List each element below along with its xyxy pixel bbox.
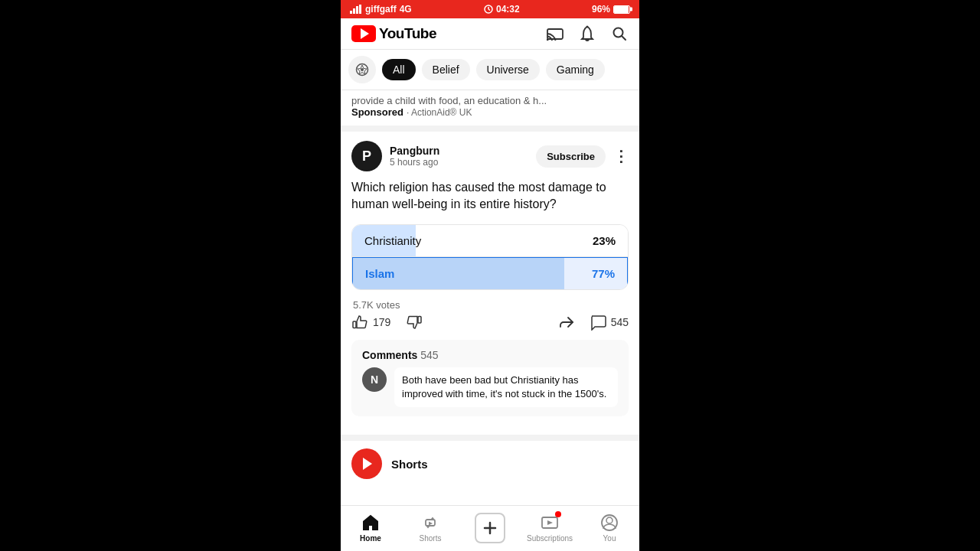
svg-rect-2	[356, 6, 358, 14]
svg-rect-16	[418, 316, 421, 323]
content-area: provide a child with food, an education …	[341, 90, 639, 505]
clock-icon	[484, 5, 493, 14]
poll-votes: 5.7K votes	[353, 299, 629, 311]
action-left: 179	[351, 314, 557, 331]
shorts-play-icon	[358, 455, 375, 472]
comments-button[interactable]: 545	[590, 314, 629, 331]
svg-marker-17	[363, 458, 372, 470]
action-right: 545	[557, 314, 629, 331]
header-icons	[546, 24, 629, 43]
category-belief[interactable]: Belief	[422, 59, 470, 80]
status-left: giffgaff 4G	[350, 4, 412, 15]
post-header-right: Subscribe ⋮	[536, 145, 629, 168]
sponsored-text: provide a child with food, an education …	[351, 95, 629, 106]
yt-logo-icon	[351, 25, 376, 42]
category-all[interactable]: All	[382, 59, 416, 80]
post-section: P Pangburn 5 hours ago Subscribe ⋮ Which…	[341, 132, 639, 441]
poll-option-label-islam: Islam	[365, 267, 394, 280]
poll-option-label-christianity: Christianity	[364, 234, 421, 247]
cast-icon	[547, 27, 564, 41]
shorts-teaser: Shorts	[341, 441, 639, 487]
comment-text: Both have been bad but Christianity has …	[394, 367, 618, 407]
post-time: 5 hours ago	[390, 157, 439, 168]
time-label: 04:32	[496, 4, 520, 15]
nav-subscriptions[interactable]: Subscriptions	[520, 514, 580, 543]
add-button[interactable]	[475, 513, 505, 543]
like-count: 179	[373, 316, 390, 328]
battery-icon	[613, 5, 630, 14]
poll-option-christianity[interactable]: Christianity 23%	[352, 225, 628, 257]
nav-shorts[interactable]: Shorts	[400, 514, 460, 543]
comments-header: Comments 545	[362, 349, 618, 361]
subscriptions-badge	[555, 511, 561, 517]
svg-rect-3	[359, 5, 361, 14]
home-icon	[361, 514, 380, 532]
channel-name[interactable]: Pangburn	[390, 145, 439, 157]
action-bar: 179	[351, 311, 629, 337]
nav-subscriptions-label: Subscriptions	[527, 534, 573, 543]
nav-you-label: You	[603, 534, 616, 543]
svg-point-25	[606, 517, 612, 523]
channel-avatar[interactable]: P	[351, 141, 382, 171]
battery-pct: 96%	[592, 4, 610, 15]
shorts-label: Shorts	[391, 458, 428, 471]
bottom-nav: Home Shorts	[341, 505, 639, 551]
status-bar: giffgaff 4G 04:32 96%	[341, 0, 639, 18]
svg-line-11	[622, 36, 626, 40]
category-bar: All Belief Universe Gaming	[341, 50, 639, 90]
comment-icon	[590, 314, 606, 331]
post-title: Which religion has caused the most damag…	[351, 179, 629, 214]
signal-icon	[350, 5, 362, 14]
network-label: 4G	[400, 4, 412, 15]
sponsored-label: Sponsored	[351, 106, 403, 118]
nav-you[interactable]: You	[580, 514, 639, 543]
subscribe-button[interactable]: Subscribe	[536, 145, 606, 168]
search-button[interactable]	[610, 24, 629, 43]
svg-point-9	[586, 26, 589, 28]
post-header-left: P Pangburn 5 hours ago	[351, 141, 439, 171]
nav-home[interactable]: Home	[341, 514, 400, 543]
comments-section[interactable]: Comments 545 N Both have been bad but Ch…	[351, 340, 629, 416]
search-icon	[612, 26, 627, 41]
svg-rect-0	[350, 11, 352, 14]
poll-container: Christianity 23% Islam 77%	[351, 224, 629, 290]
like-button[interactable]: 179	[351, 314, 390, 331]
notifications-button[interactable]	[578, 24, 596, 43]
nav-home-label: Home	[360, 534, 381, 543]
dislike-button[interactable]	[406, 314, 423, 331]
youtube-header: YouTube	[341, 18, 639, 50]
cast-button[interactable]	[546, 24, 564, 43]
poll-option-pct-christianity: 23%	[593, 234, 616, 247]
channel-info: Pangburn 5 hours ago	[390, 145, 439, 168]
poll-option-islam[interactable]: Islam 77%	[352, 257, 628, 289]
explore-icon	[355, 63, 369, 77]
sponsored-section: provide a child with food, an education …	[341, 90, 639, 132]
subscriptions-icon	[541, 514, 559, 532]
comment-item: N Both have been bad but Christianity ha…	[362, 367, 618, 407]
svg-rect-1	[353, 8, 355, 14]
comment-count: 545	[611, 316, 629, 328]
bell-icon	[580, 25, 595, 42]
nav-add[interactable]	[460, 513, 520, 543]
svg-rect-15	[353, 321, 356, 328]
you-icon	[600, 514, 619, 532]
poll-option-pct-islam: 77%	[592, 267, 615, 280]
sponsored-source: · ActionAid® UK	[407, 107, 472, 118]
shorts-nav-icon	[421, 514, 439, 532]
yt-logo-text: YouTube	[379, 25, 436, 42]
shorts-avatar	[351, 448, 382, 479]
share-button[interactable]	[557, 314, 574, 331]
status-right: 96%	[592, 4, 630, 15]
post-header: P Pangburn 5 hours ago Subscribe ⋮	[351, 141, 629, 171]
comment-avatar: N	[362, 367, 387, 392]
more-options-button[interactable]: ⋮	[613, 147, 629, 165]
explore-chip[interactable]	[348, 56, 376, 83]
category-gaming[interactable]: Gaming	[546, 59, 605, 80]
yt-logo: YouTube	[351, 25, 436, 42]
svg-point-14	[361, 68, 364, 71]
svg-marker-19	[429, 521, 433, 525]
like-icon	[351, 314, 368, 331]
category-universe[interactable]: Universe	[476, 59, 540, 80]
plus-icon	[482, 520, 498, 536]
nav-shorts-label: Shorts	[420, 534, 442, 543]
